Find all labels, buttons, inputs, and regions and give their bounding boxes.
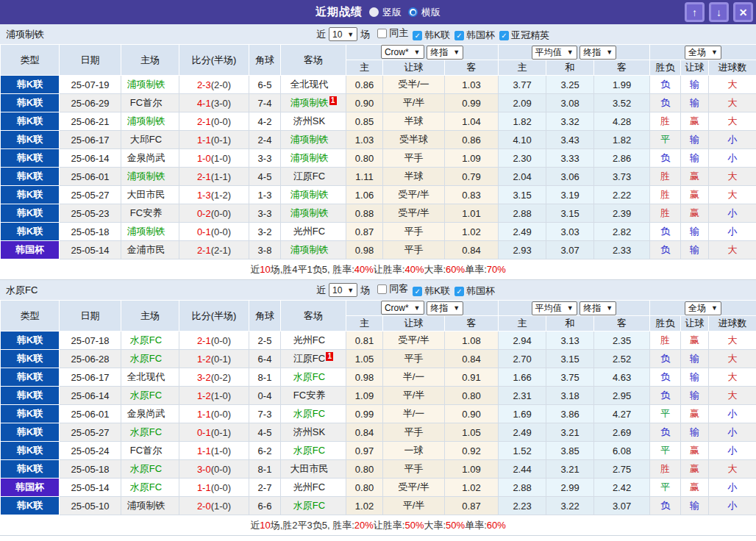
handicap-away-odds-cell: 1.04 bbox=[445, 112, 499, 131]
chevron-down-icon: ▼ bbox=[567, 49, 574, 56]
result-cell: 负 bbox=[650, 497, 681, 515]
summary-text: 大率: bbox=[424, 263, 446, 276]
away-team-cell: 全北现代 bbox=[281, 76, 346, 94]
away-team-name: FC安养 bbox=[293, 390, 325, 401]
summary-text: 近 bbox=[250, 519, 260, 532]
filter-checkbox[interactable]: ✓韩国杯 bbox=[454, 284, 495, 298]
fulltime-score: 1-2 bbox=[197, 354, 211, 365]
summary-text: 单率: bbox=[465, 519, 487, 532]
checkbox-checked-icon[interactable]: ✓ bbox=[413, 287, 422, 296]
home-team-name: 大田市民 bbox=[127, 189, 165, 200]
avg-away-odds-cell: 2.42 bbox=[594, 479, 650, 497]
table-row: 韩K联 25-07-18 水原FC 2-1(0-0) 2-5 光州FC 0.81… bbox=[1, 332, 756, 350]
score-cell: 1-3(1-2) bbox=[179, 186, 249, 204]
avg-home-odds-cell: 2.04 bbox=[499, 168, 546, 186]
checkbox-checked-icon[interactable]: ✓ bbox=[499, 31, 509, 40]
home-team-name: 水原FC bbox=[130, 481, 162, 492]
away-team-name: 水原FC bbox=[293, 371, 325, 382]
final-odds-select[interactable]: 终指▼ bbox=[427, 301, 463, 315]
scroll-down-button[interactable]: ↓ bbox=[709, 2, 729, 22]
handicap-away-odds-cell: 1.05 bbox=[445, 423, 499, 442]
filter-checkbox[interactable]: ✓亚冠精英 bbox=[499, 29, 549, 42]
league-cell: 韩K联 bbox=[1, 405, 60, 423]
date-cell: 25-07-18 bbox=[60, 332, 121, 350]
scroll-up-button[interactable]: ↑ bbox=[685, 2, 705, 22]
filter-checkbox[interactable]: ✓韩国杯 bbox=[454, 29, 495, 42]
col-corner: 角球 bbox=[249, 45, 281, 76]
fulltime-score: 2-1 bbox=[197, 116, 211, 127]
close-button[interactable]: ✕ bbox=[733, 2, 753, 22]
fulltime-scope-select[interactable]: 全场▼ bbox=[685, 46, 721, 60]
radio-vertical-layout[interactable]: 竖版 bbox=[369, 6, 402, 19]
halftime-score: (0-0) bbox=[211, 409, 231, 420]
filter-checkbox[interactable]: 同客 bbox=[377, 282, 408, 295]
handicap-line-cell: 受半球 bbox=[383, 131, 445, 149]
handicap-away-odds-cell: 1.08 bbox=[445, 332, 499, 350]
avg-home-odds-cell: 2.88 bbox=[499, 204, 546, 223]
odds-source-select[interactable]: Crow*▼ bbox=[381, 301, 424, 315]
handicap-result-cell: 赢 bbox=[681, 204, 709, 223]
checkbox-checked-icon[interactable]: ✓ bbox=[454, 31, 464, 40]
checkbox-unchecked-icon[interactable] bbox=[377, 284, 387, 294]
avg-home-odds-cell: 2.49 bbox=[499, 423, 546, 442]
result-cell: 负 bbox=[650, 368, 681, 387]
filter-checkbox[interactable]: ✓韩K联 bbox=[413, 284, 450, 298]
filter-checkbox[interactable]: 同主 bbox=[377, 26, 408, 40]
results-table: 类型 日期 主场 比分(半场) 角球 客场 Crow*▼ 终指▼ 平均值▼ 终指… bbox=[0, 44, 756, 259]
date-cell: 25-05-24 bbox=[60, 442, 121, 460]
avg-away-odds-cell: 2.52 bbox=[594, 350, 650, 368]
fulltime-score: 1-1 bbox=[197, 445, 211, 456]
date-cell: 25-06-21 bbox=[60, 112, 121, 131]
filter-bar: 近 10 ▼ 场 同客✓韩K联✓韩国杯 bbox=[316, 282, 495, 298]
halftime-score: (1-2) bbox=[211, 190, 231, 201]
summary-line: 近10场,胜2平3负5, 胜率:20% 让胜率:50% 大率:50% 单率:60… bbox=[0, 515, 756, 536]
close-icon: ✕ bbox=[739, 7, 748, 18]
home-team-cell: 浦项制铁 bbox=[121, 168, 179, 186]
fulltime-group-header: 全场▼ bbox=[650, 301, 756, 316]
recent-count-select[interactable]: 10 ▼ bbox=[329, 27, 357, 41]
average-select[interactable]: 平均值▼ bbox=[532, 46, 577, 60]
radio-unselected-icon[interactable] bbox=[369, 7, 379, 17]
fulltime-scope-select[interactable]: 全场▼ bbox=[685, 301, 721, 315]
final-odds-select-2[interactable]: 终指▼ bbox=[580, 46, 616, 60]
radio-horizontal-layout[interactable]: 横版 bbox=[408, 6, 441, 19]
sub-avg-away: 客 bbox=[594, 316, 650, 332]
recent-count-select[interactable]: 10 ▼ bbox=[329, 283, 357, 297]
table-row: 韩K联 25-05-27 水原FC 0-1(0-1) 4-5 济州SK 0.84… bbox=[1, 423, 756, 442]
corner-cell: 8-1 bbox=[249, 368, 281, 387]
avg-home-odds-cell: 1.82 bbox=[499, 112, 546, 131]
summary-text: 70% bbox=[487, 264, 506, 275]
home-team-cell: FC首尔 bbox=[121, 442, 179, 460]
odds-source-select[interactable]: Crow*▼ bbox=[381, 45, 424, 59]
final-odds-select-2[interactable]: 终指▼ bbox=[580, 301, 616, 315]
league-cell: 韩K联 bbox=[1, 368, 60, 387]
handicap-line-cell: 半球 bbox=[383, 112, 445, 131]
handicap-line-cell: 半/一 bbox=[383, 405, 445, 423]
chevron-down-icon: ▼ bbox=[606, 304, 613, 312]
halftime-score: (3-0) bbox=[211, 98, 231, 109]
filter-checkbox[interactable]: ✓韩K联 bbox=[413, 29, 450, 42]
checkbox-checked-icon[interactable]: ✓ bbox=[454, 287, 464, 296]
final-odds-select[interactable]: 终指▼ bbox=[427, 46, 463, 60]
checkbox-unchecked-icon[interactable] bbox=[377, 29, 387, 38]
checkbox-label: 同主 bbox=[389, 26, 408, 40]
home-team-name: 浦项制铁 bbox=[127, 500, 165, 511]
halftime-score: (2-0) bbox=[211, 79, 231, 90]
handicap-result-cell: 输 bbox=[681, 76, 709, 94]
handicap-home-odds-cell: 0.90 bbox=[346, 94, 383, 112]
average-select[interactable]: 平均值▼ bbox=[532, 301, 577, 315]
result-cell: 胜 bbox=[650, 332, 681, 350]
team-section: 浦项制铁 近 10 ▼ 场 同主✓韩K联✓韩国杯✓亚冠精英 类型 日期 主场 比… bbox=[0, 24, 756, 280]
result-cell: 负 bbox=[650, 149, 681, 168]
date-cell: 25-06-17 bbox=[60, 131, 121, 149]
halftime-score: (0-0) bbox=[211, 208, 231, 219]
checkbox-checked-icon[interactable]: ✓ bbox=[413, 31, 422, 40]
home-team-cell: 大田市民 bbox=[121, 186, 179, 204]
handicap-home-odds-cell: 0.98 bbox=[346, 368, 383, 387]
league-cell: 韩K联 bbox=[1, 442, 60, 460]
result-cell: 胜 bbox=[650, 204, 681, 223]
away-team-name: 水原FC bbox=[293, 408, 325, 419]
home-team-name: 金泉尚武 bbox=[127, 152, 165, 163]
radio-selected-icon[interactable] bbox=[408, 7, 418, 17]
matches-label: 场 bbox=[360, 284, 370, 297]
